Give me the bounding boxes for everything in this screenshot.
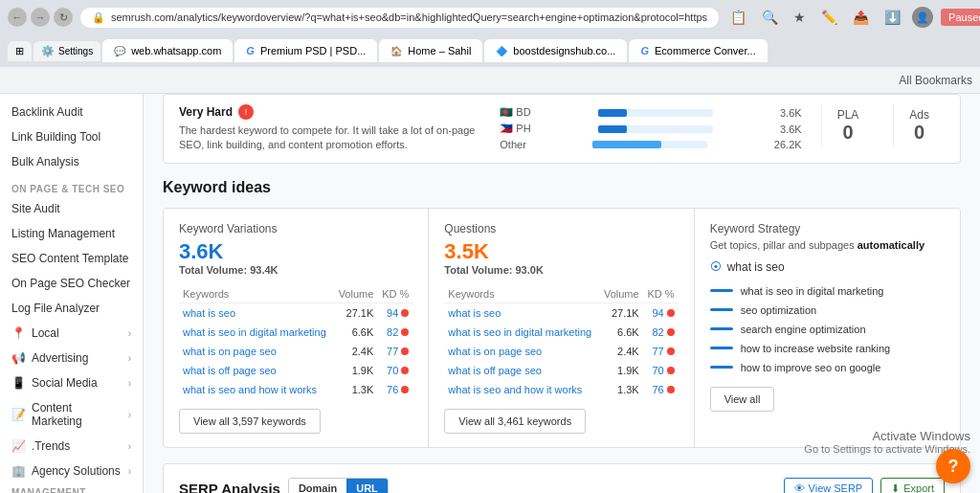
difficulty-label: Very Hard	[179, 105, 233, 119]
sidebar-item-site-audit[interactable]: Site Audit	[0, 196, 143, 221]
chevron-right-icon: ›	[128, 410, 131, 420]
social-media-icon: 📱	[11, 376, 26, 390]
download-button[interactable]: ⬇️	[880, 8, 904, 27]
view-serp-button[interactable]: 👁 View SERP	[784, 478, 874, 493]
kd-value: 77	[377, 342, 412, 361]
keyword-link[interactable]: what is seo in digital marketing	[179, 323, 334, 342]
questions-count: 3.5K	[444, 239, 678, 264]
sidebar-item-on-page-seo[interactable]: On Page SEO Checker	[0, 271, 143, 296]
main-content: Very Hard ! The hardest keyword to compe…	[144, 94, 980, 493]
home-icon: 🏠	[390, 46, 402, 56]
tab-whatsapp[interactable]: 💬 web.whatsapp.com	[102, 39, 233, 62]
strategy-item: how to increase website ranking	[741, 343, 891, 354]
geo-row-ph: 🇵🇭 PH 3.6K	[500, 121, 801, 137]
sidebar-item-label: Link Building Tool	[11, 130, 100, 144]
chevron-right-icon: ›	[128, 441, 131, 452]
address-bar[interactable]: 🔒 semrush.com/analytics/keywordoverview/…	[80, 8, 719, 28]
forward-button[interactable]: →	[31, 8, 50, 27]
local-icon: 📍	[11, 326, 26, 340]
sidebar-item-local[interactable]: 📍 Local ›	[0, 321, 143, 346]
window-controls: ← → ↻	[8, 8, 73, 27]
sidebar-item-bulk-analysis[interactable]: Bulk Analysis	[0, 149, 143, 174]
premium-psd-icon: G	[246, 45, 255, 56]
sidebar-item-social-media[interactable]: 📱 Social Media ›	[0, 370, 143, 395]
sidebar-item-content-marketing[interactable]: 📝 Content Marketing ›	[0, 395, 143, 434]
ph-bar	[598, 125, 713, 133]
table-row: what is on page seo 2.4K 77	[179, 342, 412, 361]
profile-avatar[interactable]: 👤	[912, 7, 933, 28]
content-marketing-label: Content Marketing	[32, 401, 122, 428]
geo-row-bd: 🇧🇩 BD 3.6K	[500, 104, 801, 121]
sidebar-item-backlink-audit[interactable]: Backlink Audit	[0, 100, 143, 124]
tab-premium-psd[interactable]: G Premium PSD | PSD...	[234, 39, 377, 62]
keyword-link[interactable]: what is seo	[179, 303, 334, 323]
extension-button[interactable]: ✏️	[817, 8, 841, 27]
sidebar-item-seo-content-template[interactable]: SEO Content Template	[0, 246, 143, 271]
keyword-link[interactable]: what is seo and how it works	[444, 380, 599, 399]
questions-view-all-button[interactable]: View all 3,461 keywords	[444, 409, 586, 434]
advertising-icon: 📢	[11, 351, 26, 365]
sidebar-item-label: Bulk Analysis	[11, 155, 79, 168]
keyword-link[interactable]: what is seo	[444, 303, 599, 323]
strategy-view-all-button[interactable]: View all	[710, 387, 775, 412]
paused-button[interactable]: Paused	[941, 9, 980, 26]
boost-icon: 🔷	[496, 46, 507, 56]
ecommerce-icon: G	[640, 45, 649, 56]
content-marketing-icon: 📝	[11, 408, 26, 421]
keyword-link[interactable]: what is off page seo	[444, 361, 599, 380]
sidebar-item-label: Backlink Audit	[11, 105, 83, 119]
variations-view-all-button[interactable]: View all 3,597 keywords	[179, 409, 321, 434]
zoom-button[interactable]: 🔍	[758, 8, 782, 27]
serp-title-area: SERP Analysis Domain URL	[179, 478, 389, 493]
back-button[interactable]: ←	[8, 8, 27, 27]
strategy-title: Keyword Strategy	[710, 222, 945, 235]
share-button[interactable]: 📤	[849, 8, 873, 27]
tab-home[interactable]: 🏠 Home – Sahil	[379, 39, 482, 62]
keyword-link[interactable]: what is seo in digital marketing	[444, 323, 599, 342]
trends-label: .Trends	[32, 439, 70, 453]
apps-button[interactable]: ⊞	[8, 41, 32, 61]
sidebar-item-advertising[interactable]: 📢 Advertising ›	[0, 346, 143, 370]
keyword-link[interactable]: what is seo and how it works	[179, 380, 334, 399]
kd-value: 94	[377, 303, 412, 323]
sidebar-item-agency[interactable]: 🏢 Agency Solutions ›	[0, 459, 143, 483]
bookmark-button[interactable]: ★	[790, 8, 810, 27]
strategy-subtitle-bold: automatically	[858, 239, 924, 251]
sidebar-section-top: Backlink Audit Link Building Tool Bulk A…	[0, 94, 143, 180]
keyword-ideas-title: Keyword ideas	[163, 179, 961, 196]
tab-boost[interactable]: 🔷 boostdesignshub.co...	[484, 39, 627, 62]
title-bar: ← → ↻ 🔒 semrush.com/analytics/keywordove…	[0, 0, 980, 34]
serp-tab-domain[interactable]: Domain	[289, 479, 346, 493]
settings-tab[interactable]: ⚙️ Settings	[33, 41, 100, 61]
local-label: Local	[32, 326, 59, 340]
ph-volume: 3.6K	[780, 123, 802, 135]
sidebar-item-log-file[interactable]: Log File Analyzer	[0, 296, 143, 321]
export-button[interactable]: ⬇ Export	[880, 478, 945, 493]
geo-distribution: 🇧🇩 BD 3.6K 🇵🇭 PH 3.6K Other 26.2K	[500, 104, 801, 152]
ads-label: Ads	[909, 108, 929, 122]
chevron-right-icon: ›	[128, 378, 131, 389]
keyword-link[interactable]: what is off page seo	[179, 361, 334, 380]
sidebar-item-listing-management[interactable]: Listing Management	[0, 221, 143, 246]
screenshot-button[interactable]: 📋	[726, 8, 750, 27]
questions-volume: Total Volume: 93.0K	[444, 264, 678, 276]
toolbar-actions: 📋 🔍 ★ ✏️ 📤 ⬇️ 👤 Paused	[726, 7, 980, 28]
volume-value: 6.6K	[334, 323, 378, 342]
table-row: what is seo and how it works 1.3K 76	[444, 380, 678, 399]
difficulty-description: The hardest keyword to compete for. It w…	[179, 123, 480, 153]
help-button[interactable]: ?	[936, 449, 970, 483]
sidebar-item-trends[interactable]: 📈 .Trends ›	[0, 434, 143, 459]
variations-table: Keywords Volume KD % what is seo 27.1K 9…	[179, 285, 412, 399]
pla-box: PLA 0	[821, 104, 875, 147]
table-row: what is on page seo 2.4K 77	[444, 342, 678, 361]
keyword-link[interactable]: what is on page seo	[444, 342, 599, 361]
tab-ecommerce[interactable]: G Ecommerce Conver...	[629, 39, 767, 62]
volume-value: 1.3K	[334, 380, 378, 399]
sidebar-item-link-building[interactable]: Link Building Tool	[0, 124, 143, 149]
refresh-button[interactable]: ↻	[54, 8, 73, 27]
table-row: what is off page seo 1.9K 70	[444, 361, 678, 380]
bookmarks-label: All Bookmarks	[899, 74, 972, 87]
keyword-link[interactable]: what is on page seo	[179, 342, 334, 361]
kd-value: 70	[377, 361, 412, 380]
serp-tab-url[interactable]: URL	[346, 479, 388, 493]
